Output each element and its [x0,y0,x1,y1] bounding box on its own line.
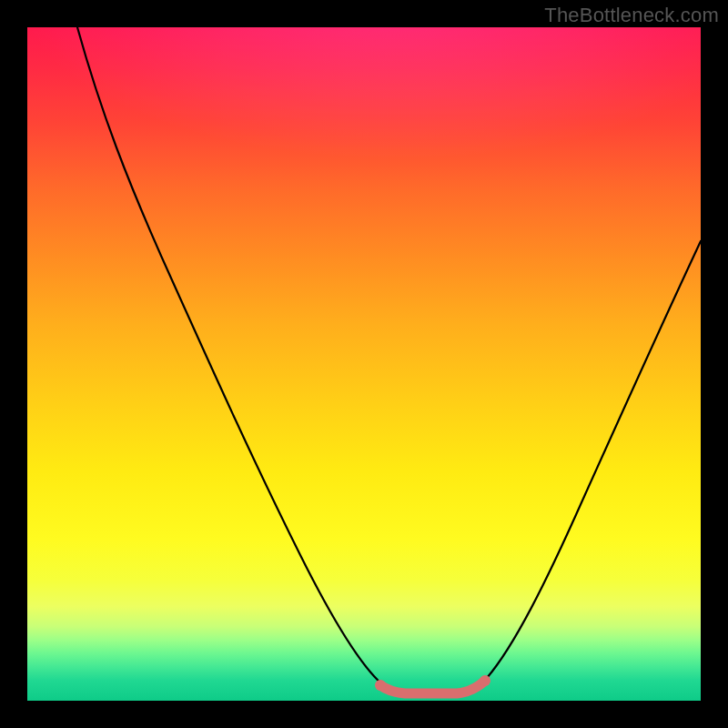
watermark-text: TheBottleneck.com [544,4,719,27]
valley-cap-left-icon [375,680,386,691]
curve-layer [27,27,701,701]
valley-cap-right-icon [480,675,490,686]
chart-frame: TheBottleneck.com [0,0,728,728]
bottleneck-curve [77,27,701,693]
valley-flat-segment [380,681,485,693]
